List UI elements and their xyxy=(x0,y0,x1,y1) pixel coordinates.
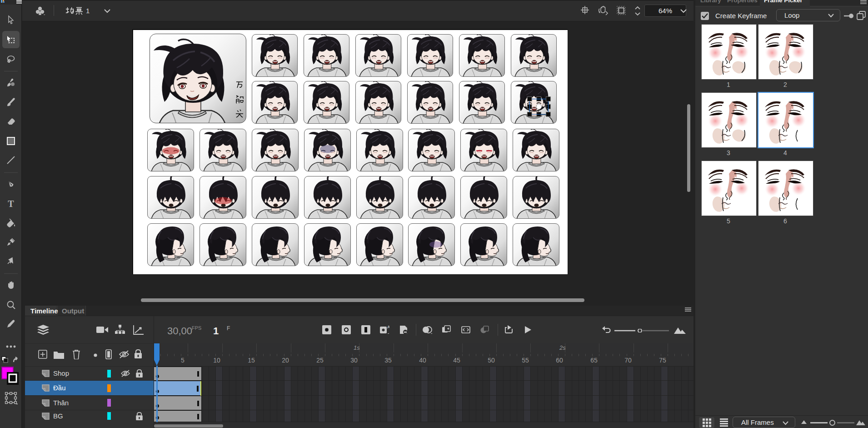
svg-text:A: A xyxy=(387,325,389,329)
svg-text:T: T xyxy=(8,199,14,209)
